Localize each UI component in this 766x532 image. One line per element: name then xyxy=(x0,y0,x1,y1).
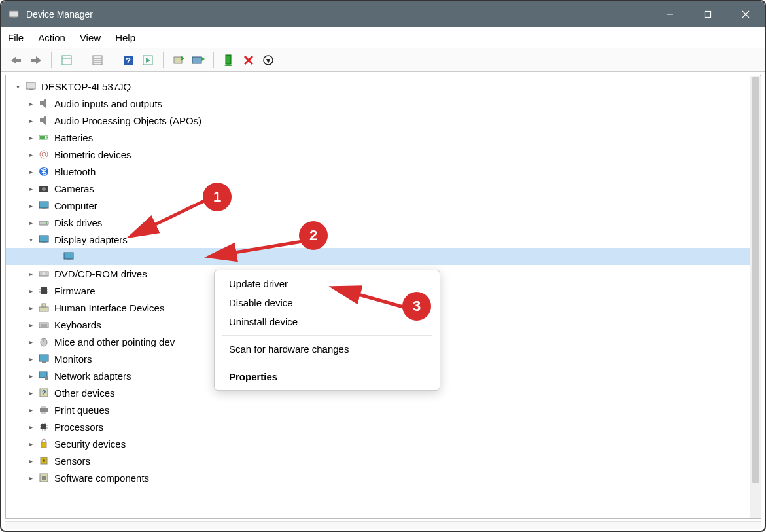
chevron-right-icon[interactable]: ▸ xyxy=(26,115,36,126)
action-button[interactable] xyxy=(139,52,156,69)
category-audio-inputs-outputs[interactable]: ▸ Audio inputs and outputs xyxy=(6,95,760,112)
context-update-driver[interactable]: Update driver xyxy=(215,274,440,293)
chevron-right-icon[interactable]: ▸ xyxy=(26,200,36,211)
titlebar: Device Manager xyxy=(1,1,765,27)
svg-rect-9 xyxy=(31,59,37,62)
category-biometric-devices[interactable]: ▸ Biometric devices xyxy=(6,146,760,163)
chevron-right-icon[interactable]: ▸ xyxy=(26,370,36,381)
window-title: Device Manager xyxy=(26,9,93,20)
menu-action[interactable]: Action xyxy=(38,32,65,43)
cpu-icon xyxy=(37,420,50,433)
chevron-right-icon[interactable]: ▸ xyxy=(26,98,36,109)
svg-rect-30 xyxy=(26,82,35,89)
chevron-right-icon[interactable]: ▸ xyxy=(26,217,36,228)
svg-rect-57 xyxy=(39,307,48,311)
chevron-down-icon[interactable]: ▾ xyxy=(26,234,36,245)
annotation-badge-1: 1 xyxy=(203,183,232,211)
category-computer[interactable]: ▸ Computer xyxy=(6,197,760,214)
chevron-right-icon[interactable]: ▸ xyxy=(26,455,36,466)
root-node[interactable]: ▾ DESKTOP-4L537JQ xyxy=(6,78,760,95)
category-disk-drives[interactable]: ▸ Disk drives xyxy=(6,214,760,231)
software-icon xyxy=(37,471,50,484)
category-batteries[interactable]: ▸ Batteries xyxy=(6,129,760,146)
svg-point-45 xyxy=(46,222,47,224)
dvd-icon xyxy=(37,267,50,280)
chevron-right-icon[interactable]: ▸ xyxy=(26,336,36,347)
chevron-right-icon[interactable]: ▸ xyxy=(26,183,36,194)
context-menu: Update driver Disable device Uninstall d… xyxy=(214,270,440,391)
bluetooth-icon xyxy=(37,165,50,178)
chevron-right-icon[interactable]: ▸ xyxy=(26,166,36,177)
close-button[interactable] xyxy=(727,1,765,27)
svg-rect-0 xyxy=(9,11,18,17)
svg-point-41 xyxy=(42,187,46,191)
disable-button[interactable] xyxy=(260,52,277,69)
speaker-icon xyxy=(37,114,50,127)
uninstall-button[interactable] xyxy=(240,52,257,69)
update-driver-button[interactable] xyxy=(190,52,207,69)
chevron-right-icon[interactable]: ▸ xyxy=(26,353,36,364)
svg-rect-65 xyxy=(42,361,46,363)
category-bluetooth[interactable]: ▸ Bluetooth xyxy=(6,163,760,180)
statusbar xyxy=(5,521,761,529)
chevron-right-icon[interactable]: ▸ xyxy=(26,387,36,398)
chevron-right-icon[interactable]: ▸ xyxy=(26,472,36,483)
category-security-devices[interactable]: ▸ Security devices xyxy=(6,435,760,452)
menu-view[interactable]: View xyxy=(80,32,101,43)
svg-point-38 xyxy=(42,152,46,156)
chevron-right-icon[interactable]: ▸ xyxy=(26,149,36,160)
svg-rect-46 xyxy=(39,236,48,242)
scrollbar[interactable] xyxy=(750,76,761,518)
monitor-icon xyxy=(62,250,75,263)
chevron-down-icon[interactable]: ▾ xyxy=(12,81,23,92)
help-button[interactable]: ? xyxy=(120,52,137,69)
category-print-queues[interactable]: ▸ Print queues xyxy=(6,401,760,418)
svg-marker-21 xyxy=(181,56,184,61)
category-sensors[interactable]: ▸ Sensors xyxy=(6,452,760,469)
chevron-right-icon[interactable]: ▸ xyxy=(26,404,36,415)
svg-rect-43 xyxy=(42,208,46,209)
svg-point-51 xyxy=(43,272,45,275)
svg-marker-33 xyxy=(40,116,46,125)
fingerprint-icon xyxy=(37,148,50,161)
svg-rect-42 xyxy=(39,202,48,208)
svg-text:?: ? xyxy=(126,56,131,65)
menu-help[interactable]: Help xyxy=(115,32,135,43)
category-audio-processing-objects[interactable]: ▸ Audio Processing Objects (APOs) xyxy=(6,112,760,129)
context-properties[interactable]: Properties xyxy=(215,367,440,386)
context-scan-hardware[interactable]: Scan for hardware changes xyxy=(215,340,440,359)
svg-text:?: ? xyxy=(42,389,46,397)
scrollbar-thumb[interactable] xyxy=(752,77,759,483)
category-processors[interactable]: ▸ Processors xyxy=(6,418,760,435)
chevron-right-icon[interactable]: ▸ xyxy=(26,438,36,449)
svg-rect-36 xyxy=(40,136,45,139)
minimize-button[interactable] xyxy=(651,1,689,27)
chevron-right-icon[interactable]: ▸ xyxy=(26,319,36,330)
svg-rect-58 xyxy=(42,304,46,307)
category-display-adapters[interactable]: ▾ Display adapters xyxy=(6,231,760,248)
svg-point-84 xyxy=(43,459,45,462)
scan-hardware-button[interactable] xyxy=(170,52,187,69)
chip-icon xyxy=(37,284,50,297)
maximize-button[interactable] xyxy=(689,1,727,27)
monitor-icon xyxy=(37,199,50,212)
network-icon xyxy=(37,369,50,382)
show-hidden-button[interactable] xyxy=(58,52,75,69)
svg-rect-52 xyxy=(41,287,47,294)
chevron-right-icon[interactable]: ▸ xyxy=(26,302,36,313)
svg-marker-8 xyxy=(36,56,41,64)
category-cameras[interactable]: ▸ Cameras xyxy=(6,180,760,197)
menu-file[interactable]: File xyxy=(8,32,24,43)
category-software-components[interactable]: ▸ Software components xyxy=(6,469,760,486)
app-icon xyxy=(8,9,20,20)
chevron-right-icon[interactable]: ▸ xyxy=(26,268,36,279)
speaker-icon xyxy=(37,97,50,110)
display-adapter-item[interactable] xyxy=(6,248,760,265)
forward-button[interactable] xyxy=(27,52,44,69)
chevron-right-icon[interactable]: ▸ xyxy=(26,421,36,432)
back-button[interactable] xyxy=(8,52,25,69)
chevron-right-icon[interactable]: ▸ xyxy=(26,285,36,296)
chevron-right-icon[interactable]: ▸ xyxy=(26,132,36,143)
properties-button[interactable] xyxy=(89,52,106,69)
enable-device-button[interactable] xyxy=(220,52,237,69)
